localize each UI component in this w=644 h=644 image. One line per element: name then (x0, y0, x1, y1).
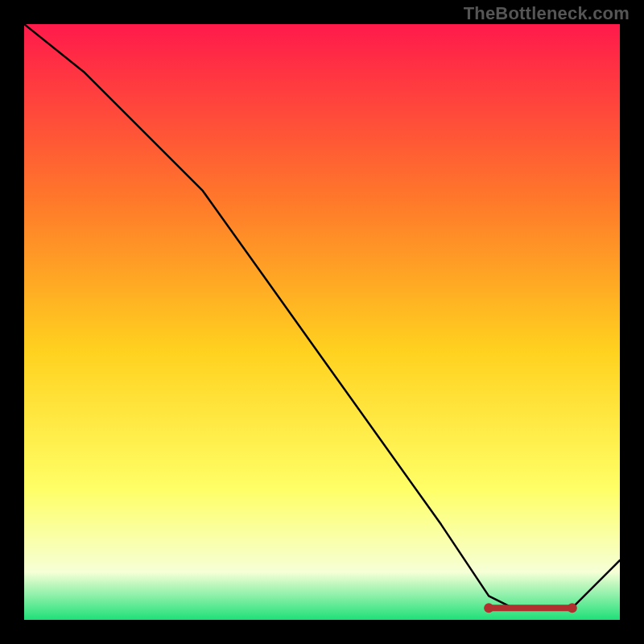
plot-area (24, 24, 620, 620)
chart-container: TheBottleneck.com (0, 0, 644, 644)
svg-rect-0 (489, 605, 572, 611)
watermark-text: TheBottleneck.com (464, 3, 630, 24)
plot-svg (24, 24, 620, 620)
gradient-background (24, 24, 620, 620)
cap-right (568, 603, 577, 613)
cap-left (484, 603, 493, 613)
